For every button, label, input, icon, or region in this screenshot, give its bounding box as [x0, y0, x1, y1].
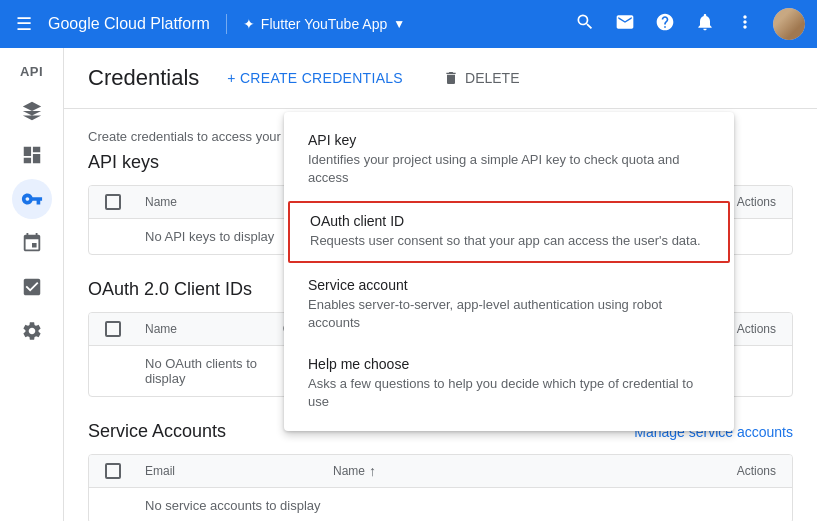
content-area: Credentials + CREATE CREDENTIALS DELETE …: [64, 48, 817, 521]
service-select-all-checkbox[interactable]: [105, 463, 121, 479]
dropdown-service-account-desc: Enables server-to-server, app-level auth…: [308, 296, 710, 332]
dropdown-help-desc: Asks a few questions to help you decide …: [308, 375, 710, 411]
more-options-icon[interactable]: [729, 6, 761, 43]
project-name: Flutter YouTube App: [261, 16, 387, 32]
oauth-select-all-checkbox[interactable]: [105, 321, 121, 337]
dropdown-api-key-title: API key: [308, 132, 710, 148]
main-layout: API Credentials + CREATE CREDENTIALS DEL…: [0, 48, 817, 521]
bell-icon[interactable]: [689, 6, 721, 43]
email-icon[interactable]: [609, 6, 641, 43]
sidebar-icon-dashboard[interactable]: [12, 135, 52, 175]
menu-icon[interactable]: ☰: [12, 9, 36, 39]
nav-divider: [226, 14, 227, 34]
create-credentials-dropdown: API key Identifies your project using a …: [284, 112, 734, 431]
nav-logo: Google Cloud Platform: [48, 15, 210, 33]
dropdown-service-account-title: Service account: [308, 277, 710, 293]
dropdown-oauth-title: OAuth client ID: [310, 213, 708, 229]
api-badge: API: [20, 56, 43, 87]
dropdown-api-key-desc: Identifies your project using a simple A…: [308, 151, 710, 187]
avatar[interactable]: [773, 8, 805, 40]
sort-up-icon: ↑: [369, 463, 376, 479]
page-header: Credentials + CREATE CREDENTIALS DELETE: [64, 48, 817, 109]
dropdown-oauth-client-id[interactable]: OAuth client ID Requests user consent so…: [288, 201, 730, 262]
service-actions-col: Actions: [737, 464, 776, 478]
top-nav: ☰ Google Cloud Platform ✦ Flutter YouTub…: [0, 0, 817, 48]
sidebar-icon-credentials[interactable]: [12, 179, 52, 219]
page-title: Credentials: [88, 65, 199, 91]
delete-label: DELETE: [465, 70, 519, 86]
help-icon[interactable]: [649, 6, 681, 43]
sidebar-icon-home[interactable]: [12, 91, 52, 131]
dropdown-api-key[interactable]: API key Identifies your project using a …: [284, 120, 734, 199]
service-accounts-title: Service Accounts: [88, 421, 226, 442]
service-accounts-header-row: Email Name ↑ Actions: [89, 455, 792, 488]
delete-button[interactable]: DELETE: [431, 64, 531, 92]
api-keys-select-all-checkbox[interactable]: [105, 194, 121, 210]
sidebar-icon-checklist[interactable]: [12, 267, 52, 307]
project-icon: ✦: [243, 16, 255, 32]
sidebar: API: [0, 48, 64, 521]
oauth-actions-col: Actions: [737, 322, 776, 336]
dropdown-help-title: Help me choose: [308, 356, 710, 372]
dropdown-service-account[interactable]: Service account Enables server-to-server…: [284, 265, 734, 344]
oauth-name-col: Name: [145, 322, 275, 336]
search-icon[interactable]: [569, 6, 601, 43]
chevron-down-icon: ▼: [393, 17, 405, 31]
api-keys-actions-col: Actions: [737, 195, 776, 209]
nav-project[interactable]: ✦ Flutter YouTube App ▼: [243, 16, 405, 32]
service-accounts-table: Email Name ↑ Actions No service accounts…: [88, 454, 793, 521]
sidebar-icon-settings[interactable]: [12, 311, 52, 351]
dropdown-help-choose[interactable]: Help me choose Asks a few questions to h…: [284, 344, 734, 423]
create-credentials-button[interactable]: + CREATE CREDENTIALS: [215, 64, 415, 92]
dropdown-oauth-desc: Requests user consent so that your app c…: [310, 232, 708, 250]
service-name-col[interactable]: Name ↑: [333, 463, 729, 479]
service-accounts-empty-msg: No service accounts to display: [145, 498, 325, 513]
service-accounts-empty-row: No service accounts to display: [89, 488, 792, 521]
oauth-empty-msg: No OAuth clients to display: [145, 356, 295, 386]
service-email-col: Email: [145, 464, 325, 478]
sidebar-icon-integrations[interactable]: [12, 223, 52, 263]
